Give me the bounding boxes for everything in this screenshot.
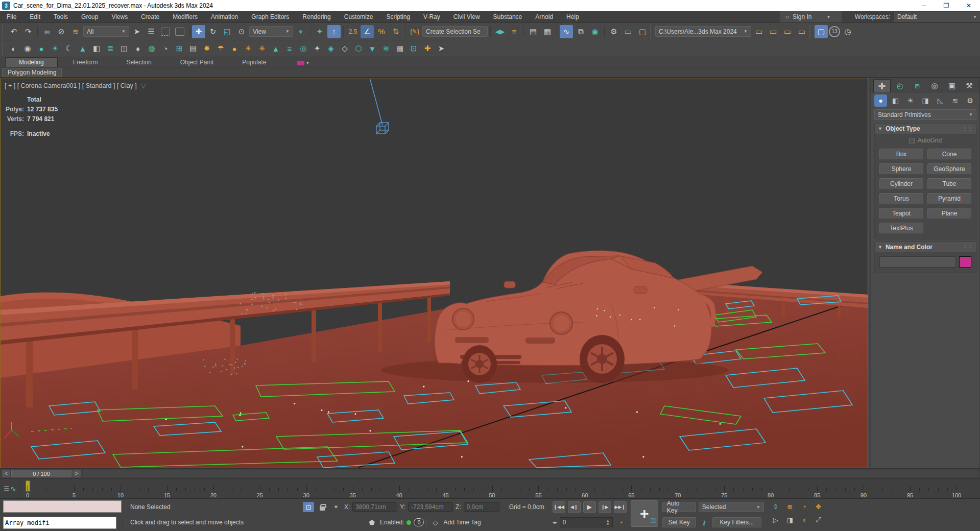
auto-key-button[interactable]: Auto Key bbox=[662, 502, 696, 512]
archive-button[interactable]: ▭ bbox=[795, 25, 808, 38]
viewport-nav-icon-5[interactable]: ◨ bbox=[783, 514, 797, 526]
toolbar2-icon-0[interactable]: ◐ bbox=[9, 42, 18, 55]
toolbar2-icon-23[interactable]: ◈ bbox=[326, 42, 336, 55]
next-frame-button[interactable]: > bbox=[73, 470, 81, 477]
object-type-header[interactable]: ▼ Object Type ⋮⋮ bbox=[875, 124, 976, 134]
viewport-nav-icon-4[interactable]: ▷ bbox=[769, 514, 782, 526]
maxscript-listener-input[interactable]: Array modifi bbox=[3, 517, 116, 529]
menu-item-group[interactable]: Group bbox=[75, 11, 105, 22]
window-crossing-icon[interactable] bbox=[173, 25, 186, 38]
menu-item-rendering[interactable]: Rendering bbox=[296, 11, 337, 22]
name-color-header[interactable]: ▼ Name and Color ⋮⋮ bbox=[875, 242, 976, 252]
category-lights[interactable]: ☀ bbox=[904, 94, 917, 107]
project-folder-dropdown[interactable]: C:\Users\Ale...3ds Max 2024 ▼ bbox=[655, 26, 751, 37]
spinner-snap-toggle[interactable]: ⇅ bbox=[389, 25, 402, 38]
toolbar2-icon-25[interactable]: ⬡ bbox=[354, 42, 363, 55]
scene-explorer-button[interactable]: ▦ bbox=[541, 25, 554, 38]
redo-button[interactable]: ↷ bbox=[21, 25, 35, 38]
toolbar2-icon-24[interactable]: ◇ bbox=[340, 42, 349, 55]
ribbon-tab-selection[interactable]: Selection bbox=[113, 58, 164, 67]
toolbar-grip[interactable] bbox=[2, 25, 5, 38]
toolbar2-icon-21[interactable]: ◎ bbox=[299, 42, 308, 55]
toolbar2-icon-27[interactable]: ≋ bbox=[381, 42, 391, 55]
select-object-icon[interactable]: ➤ bbox=[130, 25, 144, 38]
add-keyframe-button[interactable]: +⚿ bbox=[631, 500, 658, 527]
render-shortcut-button[interactable]: ▢ bbox=[636, 25, 649, 38]
category-systems[interactable]: ⚙ bbox=[964, 94, 976, 107]
z-coordinate-field[interactable]: 0,0cm bbox=[464, 502, 499, 512]
category-spacewarps[interactable]: ≋ bbox=[949, 94, 962, 107]
render-iterations-badge[interactable]: 13 bbox=[829, 26, 840, 37]
object-type-button-box[interactable]: Box bbox=[879, 149, 923, 160]
object-type-button-plane[interactable]: Plane bbox=[927, 208, 971, 219]
go-to-start-button[interactable]: ❙◀◀ bbox=[553, 501, 565, 513]
tab-display[interactable]: ▣ bbox=[944, 79, 960, 92]
autogrid-checkbox[interactable] bbox=[909, 138, 915, 143]
tab-create[interactable]: ✛ bbox=[873, 79, 891, 92]
object-type-button-tube[interactable]: Tube bbox=[927, 178, 971, 189]
object-type-button-geosphere[interactable]: GeoSphere bbox=[927, 163, 971, 175]
menu-item-scripting[interactable]: Scripting bbox=[379, 11, 417, 22]
viewport-nav-icon-2[interactable]: ◔ bbox=[798, 500, 811, 513]
go-to-end-button[interactable]: ▶▶❙ bbox=[614, 501, 627, 513]
align-button[interactable]: ≡ bbox=[508, 25, 521, 38]
ribbon-tab-modeling[interactable]: Modeling bbox=[5, 57, 58, 67]
toolbar2-icon-6[interactable]: ◧ bbox=[92, 42, 101, 55]
menu-item-file[interactable]: File bbox=[0, 11, 23, 22]
key-icon[interactable]: ⚷ bbox=[699, 517, 710, 527]
toolbar2-icon-28[interactable]: ▦ bbox=[395, 42, 404, 55]
key-mode-clock-icon[interactable]: ◔ bbox=[615, 517, 627, 527]
minimize-button[interactable]: ─ bbox=[913, 0, 935, 11]
add-time-tag[interactable]: Add Time Tag bbox=[443, 519, 481, 526]
menu-item-civil-view[interactable]: Civil View bbox=[447, 11, 487, 22]
previous-frame-button[interactable]: < bbox=[2, 470, 10, 477]
select-manipulate-button[interactable]: ✦ bbox=[313, 25, 326, 38]
object-type-button-teapot[interactable]: Teapot bbox=[879, 208, 923, 219]
time-slider-track[interactable] bbox=[83, 470, 978, 477]
export-button[interactable]: ▭ bbox=[767, 25, 780, 38]
toolbar-grip[interactable] bbox=[809, 25, 812, 38]
toolbar2-icon-18[interactable]: ✳ bbox=[257, 42, 267, 55]
x-coordinate-field[interactable]: 3800,71cm bbox=[352, 502, 397, 512]
viewport-nav-icon-0[interactable]: ⇕ bbox=[769, 500, 782, 513]
object-type-button-pyramid[interactable]: Pyramid bbox=[927, 193, 971, 204]
mini-curve-editor-button[interactable]: ☰ ∿ bbox=[0, 479, 20, 498]
time-slider-handle[interactable]: 0 / 100 bbox=[11, 470, 71, 477]
play-button[interactable]: ▶ bbox=[583, 501, 596, 513]
toolbar2-icon-30[interactable]: ✚ bbox=[423, 42, 432, 55]
previous-key-button[interactable]: ◀❙ bbox=[568, 501, 581, 513]
menu-item-graph-editors[interactable]: Graph Editors bbox=[245, 11, 296, 22]
toolbar2-icon-2[interactable]: ● bbox=[37, 42, 46, 55]
select-by-name-icon[interactable]: ☰ bbox=[145, 25, 158, 38]
toolbar2-icon-4[interactable]: ☾ bbox=[64, 42, 74, 55]
angle-snap-toggle[interactable]: ∠ bbox=[361, 25, 374, 38]
menu-item-substance[interactable]: Substance bbox=[487, 11, 529, 22]
edit-named-sets-button[interactable]: {✎} bbox=[408, 25, 421, 38]
menu-item-arnold[interactable]: Arnold bbox=[529, 11, 560, 22]
render-production-button[interactable]: ▢ bbox=[815, 25, 828, 38]
selection-lock-toggle[interactable] bbox=[317, 502, 328, 512]
import-button[interactable]: ▭ bbox=[752, 25, 766, 38]
render-setup-button[interactable]: ⚙ bbox=[607, 25, 620, 38]
object-type-button-cylinder[interactable]: Cylinder bbox=[879, 178, 923, 189]
current-frame-field[interactable]: 0 ▲▼ bbox=[560, 517, 613, 527]
polygon-modeling-panel-button[interactable]: Polygon Modeling bbox=[2, 68, 62, 77]
viewport-scene[interactable] bbox=[1, 79, 868, 468]
toolbar2-icon-22[interactable]: ✦ bbox=[313, 42, 322, 55]
ribbon-tab-object-paint[interactable]: Object Paint bbox=[167, 58, 227, 67]
toolbar2-icon-3[interactable]: ☀ bbox=[51, 42, 60, 55]
toolbar2-icon-1[interactable]: ◉ bbox=[23, 42, 32, 55]
category-helpers[interactable]: ◺ bbox=[934, 94, 947, 107]
zero-badge[interactable]: 0 bbox=[414, 518, 424, 526]
viewport-nav-icon-1[interactable]: ⊕ bbox=[783, 500, 797, 513]
workspace-dropdown[interactable]: Default ▼ bbox=[894, 12, 980, 22]
ribbon-extra-menu[interactable]: ▼ bbox=[297, 61, 310, 67]
render-clock-icon[interactable]: ◷ bbox=[841, 25, 854, 38]
toolbar2-icon-26[interactable]: ▼ bbox=[368, 42, 377, 55]
object-color-swatch[interactable] bbox=[959, 256, 971, 268]
menu-item-help[interactable]: Help bbox=[560, 11, 586, 22]
ribbon-tab-freeform[interactable]: Freeform bbox=[60, 58, 111, 67]
percent-snap-toggle[interactable]: % bbox=[375, 25, 388, 38]
maximize-button[interactable]: ❐ bbox=[935, 0, 958, 11]
unlink-icon[interactable]: ⊘ bbox=[55, 25, 68, 38]
